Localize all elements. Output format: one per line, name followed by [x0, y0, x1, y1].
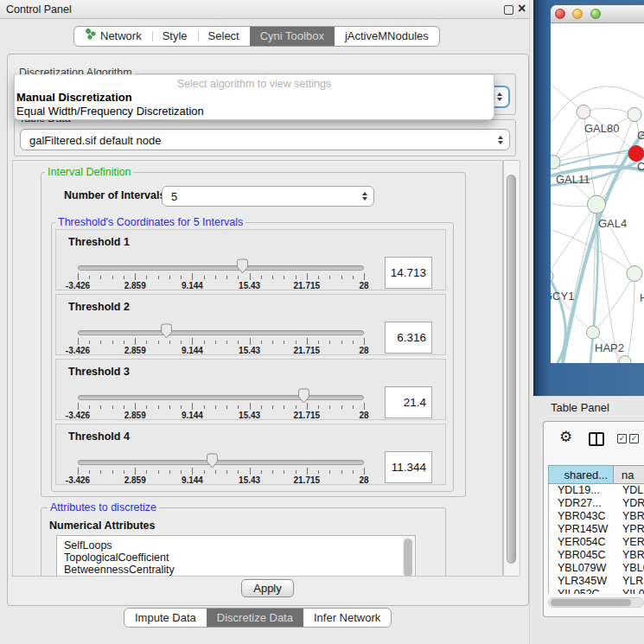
- minimize-traffic-light[interactable]: [572, 9, 583, 19]
- zoom-traffic-light[interactable]: [590, 9, 601, 19]
- slider-thumb[interactable]: [160, 323, 173, 339]
- list-item[interactable]: SelfLoops: [57, 536, 415, 552]
- scrollbar-thumb[interactable]: [551, 599, 631, 606]
- table-row[interactable]: YBR043CYBR0: [549, 510, 644, 523]
- threshold-3-panel: Threshold 3 -3.4262.8599.14415.4321.7152…: [55, 359, 446, 420]
- columns-icon[interactable]: [589, 432, 604, 446]
- network-node-gal4[interactable]: [588, 195, 606, 214]
- list-scrollbar[interactable]: [403, 537, 414, 577]
- threshold-4-panel: Threshold 4 -3.4262.8599.14415.4321.7152…: [55, 424, 446, 485]
- checkbox-icon[interactable]: ✓: [629, 434, 639, 443]
- mac-titlebar[interactable]: [551, 5, 644, 23]
- slider-track[interactable]: [78, 330, 364, 335]
- network-canvas[interactable]: GAL80 GA C GAL11 GAL4 GCY1 H HAP2: [551, 23, 644, 363]
- tab-jactivemnodules[interactable]: jActiveMNodules: [335, 27, 439, 46]
- table-row[interactable]: YDL19...YDL1: [549, 484, 644, 497]
- slider-thumb[interactable]: [297, 388, 310, 404]
- combo-spinner-icon: [362, 192, 367, 201]
- dropdown-option-equal-width[interactable]: Equal Width/Frequency Discretization: [16, 105, 204, 118]
- slider-thumb[interactable]: [236, 258, 249, 274]
- gear-icon[interactable]: ⚙: [559, 430, 572, 444]
- float-window-icon[interactable]: [504, 5, 513, 15]
- interval-definition-title: Interval Definition: [45, 166, 134, 178]
- close-icon[interactable]: ×: [518, 1, 526, 16]
- num-intervals-value: 5: [171, 190, 177, 203]
- thresholds-group-title: Threshold's Coordinates for 5 Intervals: [55, 216, 245, 228]
- column-header-shared-name[interactable]: shared...: [548, 465, 614, 484]
- numerical-attributes-heading: Numerical Attributes: [49, 520, 155, 532]
- table-header-row: shared... na: [548, 465, 644, 484]
- slider-tick-labels: -3.4262.8599.14415.4321.71528: [78, 411, 364, 421]
- table-row[interactable]: YBL079WYBL0: [549, 562, 644, 575]
- slider-track[interactable]: [78, 460, 364, 465]
- list-item[interactable]: BetweennessCentrality: [57, 564, 415, 576]
- slider-thumb[interactable]: [206, 453, 219, 469]
- node-label-partial-right: H: [640, 291, 644, 304]
- table-row[interactable]: YER054CYER0: [549, 536, 644, 549]
- threshold-value-field[interactable]: [385, 257, 432, 289]
- dropdown-prompt: Select algorithm to view settings: [15, 78, 494, 90]
- dropdown-option-manual[interactable]: Manual Discretization: [16, 91, 132, 104]
- num-intervals-combobox[interactable]: 5: [162, 186, 374, 207]
- network-node-hap2[interactable]: [587, 326, 600, 339]
- tab-infer-network[interactable]: Infer Network: [303, 609, 391, 627]
- combo-spinner-icon: [497, 92, 502, 101]
- threshold-value-field[interactable]: [385, 386, 432, 418]
- table-data-combobox[interactable]: galFiltered.sif default node: [20, 129, 510, 150]
- table-row[interactable]: YPR145WYPR1: [549, 523, 644, 536]
- node-label-gal11: GAL11: [556, 173, 590, 186]
- network-node-gal11[interactable]: [551, 156, 560, 169]
- threshold-label: Threshold 3: [68, 366, 130, 378]
- tab-select[interactable]: Select: [198, 27, 250, 46]
- node-label-partial-top: GA: [637, 129, 644, 142]
- scrollbar-thumb[interactable]: [404, 539, 412, 577]
- slider-track[interactable]: [78, 395, 364, 400]
- scrollbar-thumb[interactable]: [507, 175, 516, 564]
- threshold-1-panel: Threshold 1 -3.4262.8599.14415.4321.7152…: [55, 229, 446, 290]
- tab-style[interactable]: Style: [152, 27, 198, 46]
- tab-network[interactable]: Network: [74, 27, 152, 46]
- table-row[interactable]: YBR045CYBR0: [549, 549, 644, 562]
- panel-scrollbar[interactable]: [503, 160, 520, 577]
- table-row[interactable]: YIL052CYIL0: [549, 588, 644, 594]
- table-panel-section: Table Panel ⚙ ✓ ✓ shared... na YDL19...Y…: [530, 396, 644, 644]
- node-label-gal80: GAL80: [584, 122, 619, 135]
- node-label-gcy1: GCY1: [551, 290, 574, 303]
- network-node-partial-top[interactable]: [628, 108, 641, 122]
- apply-button[interactable]: Apply: [241, 579, 294, 597]
- network-node-gal80[interactable]: [577, 105, 590, 119]
- threshold-value-field[interactable]: [385, 451, 432, 483]
- threshold-label: Threshold 4: [68, 430, 130, 443]
- threshold-2-panel: Threshold 2 -3.4262.8599.14415.4321.7152…: [55, 294, 446, 355]
- combo-spinner-icon: [498, 136, 503, 144]
- table-body: YDL19...YDL1 YDR27...YDR2 YBR043CYBR0 YP…: [548, 484, 644, 594]
- table-row[interactable]: YLR345WYLR3: [549, 575, 644, 588]
- table-horizontal-scrollbar[interactable]: [548, 597, 644, 608]
- algorithm-dropdown-popup: Select algorithm to view settings Manual…: [14, 74, 494, 120]
- cyni-toolbox-panel: Discretization Algorithm Select algorith…: [7, 54, 529, 606]
- cyni-bottom-tabs: Impute Data Discretize Data Infer Networ…: [124, 608, 392, 628]
- node-table-panel: ⚙ ✓ ✓ shared... na YDL19...YDL1 YDR27...…: [543, 421, 644, 617]
- control-panel-window: Control Panel × Network Style Select Cyn…: [0, 0, 530, 644]
- column-header-name[interactable]: na: [614, 465, 644, 484]
- threshold-label: Threshold 1: [68, 236, 130, 248]
- network-window-frame: GAL80 GA C GAL11 GAL4 GCY1 H HAP2: [533, 0, 644, 396]
- panel-title: Control Panel: [6, 3, 72, 16]
- network-view-window: GAL80 GA C GAL11 GAL4 GCY1 H HAP2: [551, 5, 644, 363]
- network-icon: [85, 27, 96, 46]
- slider-track[interactable]: [78, 265, 364, 271]
- network-node-h[interactable]: [627, 266, 642, 282]
- node-label-hap2: HAP2: [595, 341, 624, 354]
- tab-cyni-toolbox[interactable]: Cyni Toolbox: [250, 27, 335, 46]
- threshold-value-field[interactable]: [385, 322, 432, 354]
- settings-scroll-viewport: Interval Definition Number of Intervals …: [12, 160, 503, 577]
- slider-tick-labels: -3.4262.8599.14415.4321.71528: [78, 475, 364, 486]
- tab-impute-data[interactable]: Impute Data: [124, 609, 207, 627]
- list-item[interactable]: TopologicalCoefficient: [57, 552, 415, 564]
- close-traffic-light[interactable]: [555, 9, 565, 19]
- checkbox-icon[interactable]: ✓: [617, 434, 627, 443]
- tab-discretize-data[interactable]: Discretize Data: [207, 609, 303, 627]
- threshold-label: Threshold 2: [68, 301, 130, 313]
- control-panel-titlebar: Control Panel ×: [0, 0, 529, 19]
- table-row[interactable]: YDR27...YDR2: [549, 497, 644, 510]
